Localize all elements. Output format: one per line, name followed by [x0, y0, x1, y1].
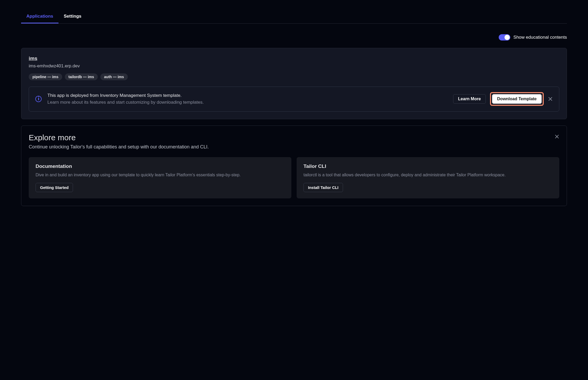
banner-actions: Learn More Download Template: [453, 92, 553, 106]
explore-card-cli: Tailor CLI tailorctl is a tool that allo…: [297, 157, 559, 199]
app-card: ims ims-emhxdwz401.erp.dev pipeline — im…: [21, 48, 567, 119]
explore-title: Explore more: [29, 133, 559, 142]
app-name-link[interactable]: ims: [29, 56, 37, 61]
install-cli-button[interactable]: Install Tailor CLI: [303, 183, 343, 192]
explore-grid: Documentation Dive in and build an inven…: [29, 157, 559, 199]
educational-toggle[interactable]: [499, 34, 510, 41]
getting-started-button[interactable]: Getting Started: [36, 183, 73, 192]
banner-line2: Learn more about its features and start …: [47, 99, 447, 106]
download-template-highlight: Download Template: [490, 92, 544, 106]
download-template-button[interactable]: Download Template: [492, 94, 542, 104]
learn-more-button[interactable]: Learn More: [453, 94, 486, 104]
explore-subtitle: Continue unlocking Tailor's full capabil…: [29, 144, 559, 150]
app-url: ims-emhxdwz401.erp.dev: [29, 63, 559, 69]
tab-applications[interactable]: Applications: [21, 11, 58, 23]
chip-auth[interactable]: auth — ims: [100, 73, 128, 80]
tabs: Applications Settings: [21, 11, 567, 24]
info-icon: [35, 96, 42, 102]
explore-card-title: Tailor CLI: [303, 163, 552, 169]
template-banner: This app is deployed from Inventory Mana…: [29, 87, 559, 112]
educational-toggle-label: Show educational contents: [513, 35, 567, 40]
chip-tailordb[interactable]: tailordb — ims: [65, 73, 98, 80]
close-icon[interactable]: [555, 134, 559, 139]
educational-toggle-row: Show educational contents: [21, 34, 567, 41]
close-icon[interactable]: [548, 97, 553, 101]
toggle-knob: [504, 35, 510, 40]
explore-card-desc: Dive in and build an inventory app using…: [36, 172, 285, 178]
banner-text: This app is deployed from Inventory Mana…: [47, 92, 447, 106]
explore-section: Explore more Continue unlocking Tailor's…: [21, 126, 567, 206]
banner-line1: This app is deployed from Inventory Mana…: [47, 92, 447, 99]
explore-card-documentation: Documentation Dive in and build an inven…: [29, 157, 291, 199]
tab-settings[interactable]: Settings: [58, 11, 87, 23]
explore-card-title: Documentation: [36, 163, 285, 169]
explore-card-desc: tailorctl is a tool that allows develope…: [303, 172, 552, 178]
app-chips: pipeline — ims tailordb — ims auth — ims: [29, 73, 559, 80]
chip-pipeline[interactable]: pipeline — ims: [29, 73, 62, 80]
